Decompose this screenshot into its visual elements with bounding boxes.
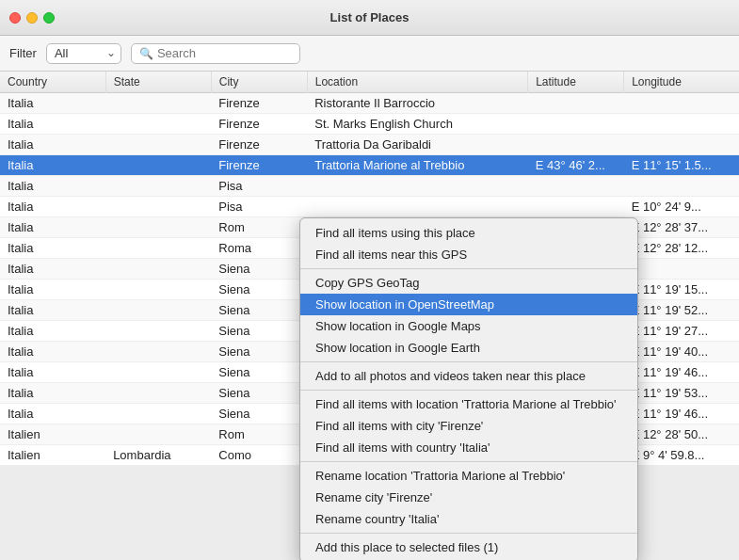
search-box: 🔍 — [131, 43, 300, 64]
cell-city: Pisa — [211, 197, 307, 217]
context-menu-item[interactable]: Add this place to selected files (1) — [300, 536, 637, 558]
col-header-country[interactable]: Country — [0, 72, 105, 93]
cell-longitude: E 11° 19' 52... — [624, 300, 739, 321]
cell-state — [105, 238, 211, 259]
cell-latitude: E 43° 46' 2... — [528, 155, 624, 176]
cell-city: Siena — [211, 300, 307, 321]
cell-country: Italia — [0, 321, 105, 342]
cell-state — [105, 342, 211, 362]
context-menu-item[interactable]: Find all items using this place — [300, 222, 637, 244]
cell-longitude: E 11° 19' 46... — [624, 362, 739, 383]
col-header-longitude[interactable]: Longitude — [624, 72, 739, 93]
cell-city: Siena — [211, 404, 307, 424]
context-menu-item[interactable]: Find all items with city 'Firenze' — [300, 415, 637, 437]
cell-city: Rom — [211, 217, 307, 238]
zoom-button[interactable] — [43, 12, 55, 24]
window-title: List of Places — [330, 10, 410, 24]
cell-longitude: E 9° 4' 59.8... — [624, 445, 739, 466]
cell-state — [105, 280, 211, 300]
cell-city: Siena — [211, 362, 307, 383]
cell-location — [307, 176, 527, 197]
traffic-lights — [9, 12, 55, 24]
table-row[interactable]: ItaliaFirenzeTrattoria Marione al Trebbi… — [0, 155, 739, 176]
cell-city: Firenze — [211, 114, 307, 135]
col-header-latitude[interactable]: Latitude — [528, 72, 624, 93]
context-menu-item[interactable]: Add to all photos and videos taken near … — [300, 365, 637, 387]
cell-location: St. Marks English Church — [307, 114, 527, 135]
context-menu-item[interactable]: Show location in Google Earth — [300, 337, 637, 359]
context-menu-item[interactable]: Find all items with country 'Italia' — [300, 437, 637, 458]
title-bar: List of Places — [0, 0, 739, 36]
cell-city: Firenze — [211, 135, 307, 155]
context-menu-item[interactable]: Find all items near this GPS — [300, 244, 637, 265]
context-menu-separator — [300, 533, 637, 534]
close-button[interactable] — [9, 12, 21, 24]
cell-country: Italia — [0, 238, 105, 259]
cell-country: Italia — [0, 362, 105, 383]
col-header-location[interactable]: Location — [307, 72, 527, 93]
cell-state — [105, 114, 211, 135]
cell-state — [105, 362, 211, 383]
table-row[interactable]: ItaliaPisa — [0, 176, 739, 197]
table-row[interactable]: ItaliaFirenzeRistorante Il Barroccio — [0, 93, 739, 114]
filter-select[interactable]: All Italia Italien — [46, 43, 121, 64]
cell-longitude — [624, 259, 739, 280]
table-row[interactable]: ItaliaFirenzeTrattoria Da Garibaldi — [0, 135, 739, 155]
context-menu-item[interactable]: Rename location 'Trattoria Marione al Tr… — [300, 465, 637, 487]
table-row[interactable]: ItaliaFirenzeSt. Marks English Church — [0, 114, 739, 135]
cell-state — [105, 93, 211, 114]
cell-city: Siena — [211, 342, 307, 362]
cell-country: Italia — [0, 197, 105, 217]
cell-longitude — [624, 93, 739, 114]
col-header-state[interactable]: State — [105, 72, 211, 93]
cell-state — [105, 197, 211, 217]
search-icon: 🔍 — [139, 47, 153, 60]
context-menu-item[interactable]: Copy GPS GeoTag — [300, 272, 637, 294]
cell-country: Italia — [0, 300, 105, 321]
cell-state — [105, 383, 211, 404]
minimize-button[interactable] — [26, 12, 38, 24]
cell-latitude — [528, 135, 624, 155]
cell-country: Italia — [0, 280, 105, 300]
cell-state: Lombardia — [105, 445, 211, 466]
context-menu-item[interactable]: Rename city 'Firenze' — [300, 487, 637, 508]
cell-state — [105, 259, 211, 280]
cell-longitude: E 11° 19' 46... — [624, 404, 739, 424]
cell-city: Firenze — [211, 155, 307, 176]
cell-longitude — [624, 176, 739, 197]
context-menu: Find all items using this placeFind all … — [299, 217, 638, 560]
cell-longitude: E 12° 28' 12... — [624, 238, 739, 259]
cell-location — [307, 197, 527, 217]
cell-city: Firenze — [211, 93, 307, 114]
filter-wrap: All Italia Italien — [46, 43, 121, 64]
cell-location: Trattoria Marione al Trebbio — [307, 155, 527, 176]
cell-country: Italien — [0, 445, 105, 466]
table-row[interactable]: ItaliaPisaE 10° 24' 9... — [0, 197, 739, 217]
cell-state — [105, 404, 211, 424]
cell-longitude: E 12° 28' 50... — [624, 424, 739, 445]
cell-longitude: E 11° 19' 40... — [624, 342, 739, 362]
cell-location: Trattoria Da Garibaldi — [307, 135, 527, 155]
table-container: Country State City Location Latitude Lon… — [0, 72, 739, 560]
search-input[interactable] — [157, 46, 292, 60]
toolbar: Filter All Italia Italien 🔍 — [0, 36, 739, 72]
cell-state — [105, 217, 211, 238]
cell-latitude — [528, 176, 624, 197]
cell-country: Italien — [0, 424, 105, 445]
cell-city: Siena — [211, 280, 307, 300]
cell-city: Siena — [211, 259, 307, 280]
context-menu-item[interactable]: Find all items with location 'Trattoria … — [300, 393, 637, 415]
cell-state — [105, 300, 211, 321]
context-menu-item[interactable]: Rename country 'Italia' — [300, 508, 637, 530]
context-menu-separator — [300, 461, 637, 462]
cell-country: Italia — [0, 135, 105, 155]
context-menu-item[interactable]: Show location in Google Maps — [300, 315, 637, 337]
context-menu-item[interactable]: Show location in OpenStreetMap — [300, 294, 637, 315]
cell-longitude: E 12° 28' 37... — [624, 217, 739, 238]
cell-longitude: E 10° 24' 9... — [624, 197, 739, 217]
col-header-city[interactable]: City — [211, 72, 307, 93]
cell-city: Roma — [211, 238, 307, 259]
cell-longitude: E 11° 19' 27... — [624, 321, 739, 342]
cell-longitude: E 11° 15' 1.5... — [624, 155, 739, 176]
cell-state — [105, 176, 211, 197]
